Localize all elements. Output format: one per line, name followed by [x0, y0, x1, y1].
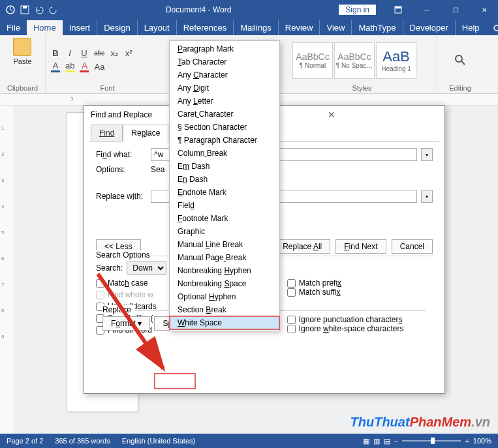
special-menu-item[interactable]: ¶ Paragraph Character [170, 134, 279, 147]
format-button[interactable]: Format ▾ [102, 316, 150, 331]
special-menu-item[interactable]: Graphic [170, 225, 279, 238]
svg-rect-2 [23, 6, 27, 8]
subscript-button[interactable]: x₂ [110, 48, 119, 58]
special-menu-item[interactable]: Any Character [170, 68, 279, 82]
search-icon[interactable] [493, 24, 498, 35]
replace-all-button[interactable]: Replace All [274, 239, 330, 254]
special-menu-item[interactable]: Paragraph Mark [170, 42, 279, 55]
tab-view[interactable]: View [320, 20, 352, 35]
zoom-level[interactable]: 100% [473, 437, 491, 445]
find-what-dropdown[interactable]: ▾ [421, 148, 433, 161]
style-nospacing[interactable]: AaBbCc¶ No Spac… [334, 42, 375, 79]
search-option-checkbox[interactable]: Find whole w [96, 290, 157, 299]
search-option-checkbox[interactable]: Match case [96, 278, 157, 288]
close-button[interactable]: ✕ [471, 0, 498, 20]
search-direction-select[interactable]: Down [127, 261, 166, 275]
special-menu-item[interactable]: Nonbreaking Space [170, 277, 279, 290]
svg-rect-4 [395, 7, 401, 8]
status-language[interactable]: English (United States) [122, 437, 196, 445]
special-menu-item[interactable]: En Dash [170, 173, 279, 186]
dialog-close-button[interactable]: ✕ [328, 110, 438, 120]
special-menu-item[interactable]: Optional Hyphen [170, 290, 279, 303]
tab-references[interactable]: References [177, 20, 234, 35]
watermark: ThuThuatPhanMem.vn [350, 415, 490, 430]
svg-point-5 [494, 25, 498, 31]
tab-design[interactable]: Design [97, 20, 137, 35]
zoom-out-button[interactable]: − [394, 437, 398, 445]
special-menu-item[interactable]: Endnote Mark [170, 186, 279, 199]
special-menu-item[interactable]: Field [170, 199, 279, 212]
tab-insert[interactable]: Insert [63, 20, 98, 35]
special-menu-item[interactable]: Tab Character [170, 55, 279, 68]
search-options-legend: Search Options [96, 250, 154, 260]
special-menu-item[interactable]: Em Dash [170, 160, 279, 173]
replace-with-dropdown[interactable]: ▾ [421, 190, 433, 203]
search-option-checkbox[interactable]: Match suffix [287, 288, 404, 297]
special-menu-item[interactable]: Footnote Mark [170, 212, 279, 225]
minimize-button[interactable]: ─ [413, 0, 441, 20]
special-menu-item[interactable]: Column Break [170, 147, 279, 160]
status-page[interactable]: Page 2 of 2 [7, 437, 43, 445]
search-direction-label: Search: [96, 263, 123, 273]
save-icon[interactable] [20, 5, 30, 15]
dialog-tab-find[interactable]: Find [91, 125, 123, 142]
view-read-icon[interactable]: ▦ [363, 437, 369, 445]
group-styles-label: Styles [292, 83, 431, 92]
autosave-icon [5, 5, 16, 15]
style-heading1[interactable]: AaBHeading 1 [376, 42, 416, 79]
tab-mailings[interactable]: Mailings [234, 20, 279, 35]
redo-icon[interactable] [48, 5, 59, 15]
highlight-button[interactable]: ab [65, 61, 74, 72]
special-menu-item[interactable]: § Section Character [170, 121, 279, 134]
special-menu-item[interactable]: Any Digit [170, 82, 279, 95]
styles-gallery[interactable]: AaBbCc¶ Normal AaBbCc¶ No Spac… AaBHeadi… [292, 42, 416, 79]
svg-point-10 [456, 55, 462, 62]
style-normal[interactable]: AaBbCc¶ Normal [292, 42, 333, 79]
superscript-button[interactable]: x² [124, 48, 133, 58]
signin-button[interactable]: Sign in [338, 4, 377, 16]
window-title: Document4 - Word [59, 5, 338, 14]
special-menu-item[interactable]: Section Break [170, 303, 279, 316]
replace-legend: Replace [102, 305, 135, 314]
special-menu-item[interactable]: Any Letter [170, 95, 279, 108]
search-option-checkbox[interactable]: Match prefix [287, 278, 404, 288]
bold-button[interactable]: B [51, 48, 60, 58]
underline-button[interactable]: U [80, 48, 89, 58]
special-menu-item[interactable]: Nonbreaking Hyphen [170, 264, 279, 277]
tab-review[interactable]: Review [279, 20, 320, 35]
special-menu-item[interactable]: Manual Page Break [170, 251, 279, 264]
group-clipboard-label: Clipboard [5, 83, 40, 92]
svg-line-11 [461, 61, 465, 65]
vertical-ruler[interactable]: 1 2 3 4 5 6 7 8 9 [0, 106, 14, 434]
view-print-icon[interactable]: ▥ [373, 437, 380, 445]
italic-button[interactable]: I [65, 48, 74, 58]
tab-developer[interactable]: Developer [403, 20, 456, 35]
tab-home[interactable]: Home [27, 20, 63, 35]
undo-icon[interactable] [34, 5, 44, 15]
change-case-button[interactable]: Aa [94, 62, 104, 72]
text-effects-button[interactable]: A [51, 61, 60, 72]
tab-file[interactable]: File [0, 20, 27, 35]
dialog-tab-replace[interactable]: Replace [123, 125, 168, 142]
special-menu: Paragraph MarkTab CharacterAny Character… [169, 40, 280, 331]
strike-button[interactable]: abc [94, 50, 104, 57]
special-menu-item[interactable]: Caret Character [170, 108, 279, 121]
find-what-label: Find what: [96, 150, 147, 159]
paste-icon [13, 38, 31, 56]
editing-button[interactable] [451, 51, 469, 70]
ribbon-display-icon[interactable] [384, 0, 412, 20]
view-web-icon[interactable]: ▤ [384, 437, 390, 445]
tab-layout[interactable]: Layout [138, 20, 177, 35]
special-menu-item[interactable]: Manual Line Break [170, 238, 279, 251]
paste-button[interactable]: Paste [13, 38, 31, 65]
cancel-button[interactable]: Cancel [392, 239, 433, 254]
status-words[interactable]: 365 of 365 words [55, 437, 110, 445]
zoom-in-button[interactable]: + [465, 437, 469, 445]
maximize-button[interactable]: ☐ [442, 0, 469, 20]
tab-mathtype[interactable]: MathType [352, 20, 403, 35]
tab-help[interactable]: Help [456, 20, 486, 35]
special-menu-item[interactable]: White Space [170, 316, 279, 329]
find-next-button[interactable]: Find Next [335, 239, 386, 254]
font-color-button[interactable]: A [80, 61, 89, 72]
zoom-slider[interactable] [402, 440, 461, 441]
